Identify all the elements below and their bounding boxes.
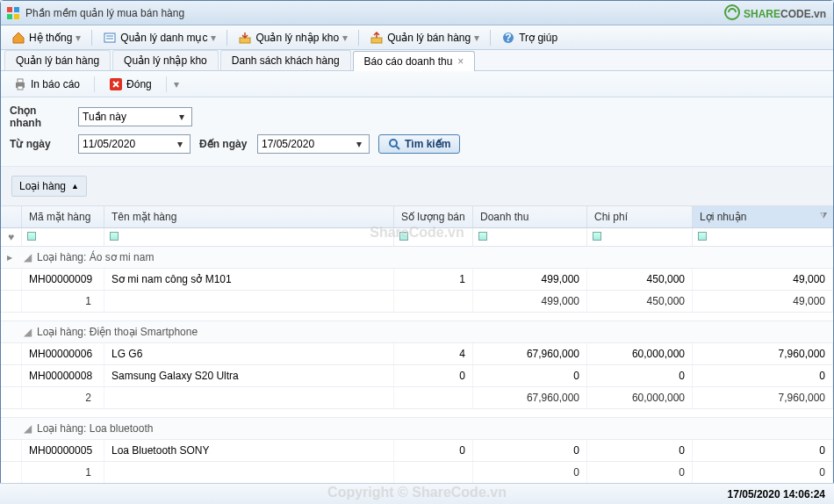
group-title: Loại hàng: Loa bluetooth	[37, 422, 153, 435]
close-icon	[109, 77, 123, 91]
group-title: Loại hàng: Điện thoại Smartphone	[37, 326, 198, 338]
cell-profit: 7,960,000	[693, 343, 833, 364]
tab-sales-mgmt[interactable]: Quản lý bán hàng	[4, 50, 111, 70]
subtotal-rev: 0	[473, 462, 587, 483]
sort-asc-icon: ▲	[71, 182, 79, 191]
cell-name: Samsung Galaxy S20 Ultra	[104, 365, 394, 386]
quick-pick-combo[interactable]: Tuần này ▾	[78, 107, 192, 126]
col-code[interactable]: Mã mặt hàng	[22, 206, 104, 227]
menu-system[interactable]: Hệ thống ▾	[4, 28, 88, 47]
cell-name: LG G6	[104, 343, 394, 364]
collapse-icon[interactable]: ◢	[24, 251, 32, 263]
group-title: Loại hàng: Áo sơ mi nam	[37, 251, 154, 263]
filter-edit-icon	[110, 232, 119, 241]
filter-rev[interactable]	[473, 228, 587, 246]
group-row[interactable]: ▸◢Loại hàng: Áo sơ mi nam	[1, 247, 833, 269]
grid-header: Mã mặt hàng Tên mặt hàng Số lượng bán Do…	[1, 206, 833, 228]
svg-text:?: ?	[506, 32, 512, 44]
separator	[91, 30, 92, 46]
subtotal-cost: 450,000	[587, 291, 693, 312]
svg-rect-14	[18, 86, 23, 90]
col-profit[interactable]: Lợi nhuận⧩	[693, 206, 833, 227]
table-row[interactable]: MH00000005Loa Bluetooth SONY0000	[1, 440, 833, 462]
cell-cost: 0	[587, 440, 693, 461]
from-date-input[interactable]: 11/05/2020 ▾	[78, 134, 191, 154]
search-icon	[388, 138, 400, 150]
menu-import[interactable]: Quản lý nhập kho ▾	[231, 28, 355, 47]
cell-profit: 0	[693, 440, 833, 461]
subtotal-count: 1	[22, 462, 104, 483]
cell-profit: 0	[693, 365, 833, 386]
list-icon	[103, 31, 117, 45]
col-cost[interactable]: Chi phí	[587, 206, 693, 227]
svg-point-4	[725, 5, 739, 19]
tab-bar: Quản lý bán hàng Quản lý nhập kho Danh s…	[1, 50, 833, 71]
filter-icon[interactable]: ⧩	[820, 211, 827, 221]
cell-name: Loa Bluetooth SONY	[104, 440, 394, 461]
dropdown-icon: ▾	[474, 32, 479, 44]
chevron-down-icon[interactable]: ▾	[176, 111, 188, 123]
collapse-icon[interactable]: ◢	[24, 326, 32, 338]
cell-code: MH00000008	[22, 365, 104, 386]
svg-rect-9	[371, 38, 382, 43]
dropdown-icon[interactable]: ▾	[174, 78, 179, 90]
print-report-button[interactable]: In báo cáo	[6, 75, 87, 94]
filter-profit[interactable]	[693, 228, 833, 246]
home-icon	[11, 31, 25, 45]
tab-revenue-report[interactable]: Báo cáo doanh thu ×	[353, 51, 476, 71]
table-row[interactable]: MH00000006LG G6467,960,00060,000,0007,96…	[1, 343, 833, 365]
separator	[358, 30, 359, 46]
grid-filter-row: ♥	[1, 228, 833, 247]
subtotal-profit: 7,960,000	[693, 387, 833, 408]
filter-qty[interactable]	[394, 228, 473, 246]
tab-customers[interactable]: Danh sách khách hàng	[220, 50, 351, 70]
filter-indicator[interactable]: ♥	[1, 228, 22, 246]
menu-help[interactable]: ? Trợ giúp	[494, 28, 564, 47]
svg-rect-1	[14, 7, 19, 12]
subtotal-row: 1000	[1, 462, 833, 484]
menu-sales[interactable]: Quản lý bán hàng ▾	[363, 28, 486, 47]
filter-edit-icon	[698, 232, 707, 241]
menu-catalog[interactable]: Quản lý danh mục ▾	[96, 28, 223, 47]
collapse-icon[interactable]: ◢	[24, 422, 32, 435]
to-date-input[interactable]: 17/05/2020 ▾	[257, 134, 370, 154]
col-revenue[interactable]: Doanh thu	[473, 206, 587, 227]
data-grid: Mã mặt hàng Tên mặt hàng Số lượng bán Do…	[1, 206, 833, 504]
status-bar: 17/05/2020 14:06:24	[0, 483, 834, 504]
dropdown-icon: ▾	[342, 32, 348, 44]
filter-cost[interactable]	[587, 228, 693, 246]
cell-qty: 1	[394, 269, 473, 290]
subtotal-row: 267,960,00060,000,0007,960,000	[1, 387, 833, 409]
import-icon	[238, 31, 252, 45]
col-qty[interactable]: Số lượng bán	[394, 206, 473, 227]
window-title: Phần mềm quản lý mua bán hàng	[25, 7, 184, 19]
group-row[interactable]: ◢Loại hàng: Điện thoại Smartphone	[1, 321, 833, 343]
filter-name[interactable]	[104, 228, 394, 246]
cell-cost: 450,000	[587, 269, 693, 290]
close-button[interactable]: Đóng	[102, 75, 159, 94]
group-by-panel[interactable]: Loại hàng ▲	[1, 167, 833, 206]
group-by-chip[interactable]: Loại hàng ▲	[11, 176, 87, 197]
cell-profit: 49,000	[693, 269, 833, 290]
cell-rev: 67,960,000	[473, 343, 587, 364]
status-timestamp: 17/05/2020 14:06:24	[728, 488, 825, 500]
search-button[interactable]: Tìm kiếm	[378, 134, 460, 154]
col-name[interactable]: Tên mặt hàng	[104, 206, 394, 227]
tab-close-icon[interactable]: ×	[457, 55, 464, 68]
group-row[interactable]: ◢Loại hàng: Loa bluetooth	[1, 418, 833, 440]
svg-rect-2	[7, 14, 12, 19]
table-row[interactable]: MH00000009Sơ mi nam công sở M1011499,000…	[1, 269, 833, 291]
cell-qty: 4	[394, 343, 473, 364]
subtotal-count: 1	[22, 291, 104, 312]
table-row[interactable]: MH00000008Samsung Galaxy S20 Ultra0000	[1, 365, 833, 387]
subtotal-cost: 0	[587, 462, 693, 483]
chevron-down-icon[interactable]: ▾	[174, 138, 186, 150]
export-icon	[370, 31, 384, 45]
separator	[226, 30, 227, 46]
tab-import-mgmt[interactable]: Quản lý nhập kho	[112, 50, 219, 70]
filter-code[interactable]	[22, 228, 104, 246]
report-toolbar: In báo cáo Đóng ▾	[1, 71, 833, 97]
cell-cost: 60,000,000	[587, 343, 693, 364]
chevron-down-icon[interactable]: ▾	[353, 138, 365, 150]
help-icon: ?	[501, 31, 515, 45]
